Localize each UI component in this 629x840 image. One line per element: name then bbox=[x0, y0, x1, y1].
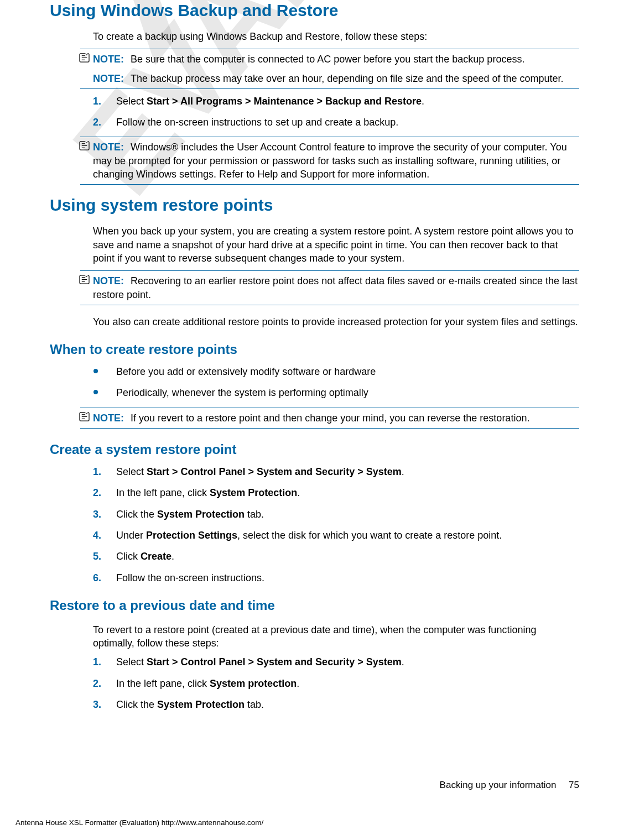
note-block: NOTE:Be sure that the computer is connec… bbox=[80, 49, 579, 89]
note-block: NOTE:Recovering to an earlier restore po… bbox=[80, 270, 579, 305]
step-item: 1.Select Start > All Programs > Maintena… bbox=[93, 95, 579, 108]
step-number: 3. bbox=[93, 508, 101, 521]
bullet-list: Before you add or extensively modify sof… bbox=[93, 365, 579, 400]
step-text: Select Start > Control Panel > System an… bbox=[116, 656, 404, 667]
step-text: Select Start > Control Panel > System an… bbox=[116, 466, 404, 477]
generator-credit: Antenna House XSL Formatter (Evaluation)… bbox=[15, 818, 263, 827]
step-item: 5.Click Create. bbox=[93, 550, 579, 563]
footer-text: Backing up your information bbox=[440, 780, 557, 790]
step-item: 2.In the left pane, click System Protect… bbox=[93, 486, 579, 499]
step-text: In the left pane, click System Protectio… bbox=[116, 487, 300, 498]
document-page: XSL Formatter EVALUATION Using Windows B… bbox=[0, 0, 629, 840]
note-icon bbox=[79, 141, 90, 150]
note-label: NOTE: bbox=[93, 413, 124, 424]
step-number: 3. bbox=[93, 698, 101, 711]
step-text: Under Protection Settings, select the di… bbox=[116, 530, 502, 541]
page-footer: Backing up your information 75 bbox=[440, 780, 579, 791]
step-item: 4.Under Protection Settings, select the … bbox=[93, 529, 579, 542]
step-text: Follow the on-screen instructions. bbox=[116, 572, 264, 583]
step-number: 6. bbox=[93, 571, 101, 585]
note-icon bbox=[79, 275, 90, 284]
heading-restore-previous: Restore to a previous date and time bbox=[50, 598, 579, 613]
step-item: 2.In the left pane, click System protect… bbox=[93, 677, 579, 690]
note-text: The backup process may take over an hour… bbox=[131, 73, 564, 84]
steps-list: 1.Select Start > Control Panel > System … bbox=[93, 465, 579, 585]
step-text: Select Start > All Programs > Maintenanc… bbox=[116, 96, 424, 107]
note-text: If you revert to a restore point and the… bbox=[131, 413, 529, 424]
step-number: 2. bbox=[93, 116, 101, 129]
note-label: NOTE: bbox=[93, 142, 124, 153]
note-label: NOTE: bbox=[93, 73, 124, 84]
step-item: 3.Click the System Protection tab. bbox=[93, 698, 579, 711]
page-number: 75 bbox=[569, 780, 579, 790]
step-text: In the left pane, click System protectio… bbox=[116, 678, 299, 689]
paragraph: To revert to a restore point (created at… bbox=[93, 623, 579, 650]
step-item: 1.Select Start > Control Panel > System … bbox=[93, 465, 579, 478]
step-item: 1.Select Start > Control Panel > System … bbox=[93, 655, 579, 669]
step-number: 5. bbox=[93, 550, 101, 563]
note-label: NOTE: bbox=[93, 275, 124, 286]
step-number: 2. bbox=[93, 677, 101, 690]
steps-list: 1.Select Start > Control Panel > System … bbox=[93, 655, 579, 711]
step-number: 1. bbox=[93, 465, 101, 478]
note-text: Recovering to an earlier restore point d… bbox=[93, 275, 578, 300]
page-content: Using Windows Backup and Restore To crea… bbox=[50, 0, 579, 711]
heading-when-create: When to create restore points bbox=[50, 342, 579, 357]
step-text: Follow the on-screen instructions to set… bbox=[116, 117, 398, 128]
heading-restore-points: Using system restore points bbox=[50, 190, 579, 215]
step-text: Click Create. bbox=[116, 551, 174, 562]
step-item: 3.Click the System Protection tab. bbox=[93, 508, 579, 521]
bullet-item: Periodically, whenever the system is per… bbox=[93, 386, 579, 399]
step-number: 2. bbox=[93, 486, 101, 499]
step-number: 1. bbox=[93, 655, 101, 669]
step-text: Click the System Protection tab. bbox=[116, 509, 264, 520]
step-number: 4. bbox=[93, 529, 101, 542]
paragraph: To create a backup using Windows Backup … bbox=[93, 30, 579, 43]
heading-backup-restore: Using Windows Backup and Restore bbox=[50, 0, 579, 20]
note-text: Windows® includes the User Account Contr… bbox=[93, 142, 567, 180]
step-number: 1. bbox=[93, 95, 101, 108]
paragraph: You also can create additional restore p… bbox=[93, 315, 579, 328]
step-item: 2.Follow the on-screen instructions to s… bbox=[93, 116, 579, 129]
heading-create-restore: Create a system restore point bbox=[50, 442, 579, 457]
note-block: NOTE:If you revert to a restore point an… bbox=[80, 408, 579, 429]
note-block: NOTE:Windows® includes the User Account … bbox=[80, 137, 579, 185]
steps-list: 1.Select Start > All Programs > Maintena… bbox=[93, 95, 579, 129]
note-text: Be sure that the computer is connected t… bbox=[131, 54, 524, 65]
note-icon bbox=[79, 53, 90, 62]
step-text: Click the System Protection tab. bbox=[116, 699, 264, 710]
note-label: NOTE: bbox=[93, 54, 124, 65]
note-icon bbox=[79, 412, 90, 421]
paragraph: When you back up your system, you are cr… bbox=[93, 225, 579, 265]
step-item: 6.Follow the on-screen instructions. bbox=[93, 571, 579, 585]
bullet-item: Before you add or extensively modify sof… bbox=[93, 365, 579, 378]
